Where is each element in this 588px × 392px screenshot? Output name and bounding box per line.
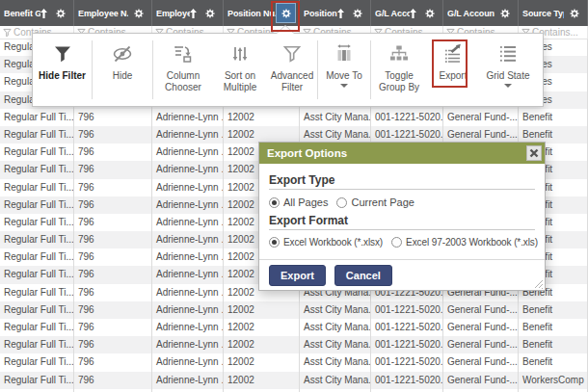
- table-row[interactable]: Regular Full Ti...796Adrienne-Lynn ...12…: [0, 109, 588, 126]
- column-header[interactable]: Position Nu...: [224, 0, 300, 26]
- table-cell: 796: [74, 144, 152, 161]
- toolbar-item-label: Export: [440, 70, 468, 82]
- column-header[interactable]: Source Type: [519, 0, 588, 26]
- column-toolbar-popup: Hide FilterHideColumn ChooserSort on Mul…: [32, 33, 544, 107]
- column-chooser-icon: [172, 42, 195, 65]
- toolbar-item-move-to[interactable]: Move To: [318, 34, 370, 106]
- export-format-heading: Export Format: [269, 214, 535, 227]
- table-cell: 12002: [224, 372, 300, 389]
- export-type-options: All PagesCurrent Page: [269, 196, 535, 208]
- column-header-label: G/L Acco...: [375, 9, 410, 18]
- radio-button[interactable]: [269, 237, 280, 248]
- toolbar-item-label: Toggle Group By: [371, 70, 427, 93]
- divider: [269, 189, 535, 190]
- column-menu-gear-icon[interactable]: [564, 3, 584, 23]
- table-cell: Benefit: [519, 109, 588, 126]
- table-cell: Adrienne-Lynn ...: [152, 126, 224, 144]
- table-cell: 796: [74, 301, 152, 319]
- table-cell: 12002: [224, 301, 300, 319]
- sort-ascending-icon: [190, 9, 197, 18]
- table-row[interactable]: Regular Full Ti...796Adrienne-Lynn ...12…: [0, 353, 588, 371]
- table-row[interactable]: Regular Full Ti...796Adrienne-Lynn ...12…: [0, 336, 588, 353]
- column-menu-gear-icon[interactable]: [50, 3, 70, 23]
- dialog-body: Export Type All PagesCurrent Page Export…: [259, 164, 545, 253]
- export-type-radio-all-pages[interactable]: All Pages: [269, 196, 328, 208]
- export-format-radio-excel-97-2003-workbook-xls-[interactable]: Excel 97-2003 Workbook (*.xls): [391, 237, 538, 248]
- export-format-radio-excel-workbook-xlsx-[interactable]: Excel Workbook (*.xlsx): [269, 237, 383, 248]
- table-cell: Adrienne-Lynn ...: [152, 161, 224, 178]
- column-menu-gear-icon[interactable]: [128, 3, 148, 23]
- table-row[interactable]: Regular Full Ti...796Adrienne-Lynn ...12…: [0, 301, 588, 319]
- column-menu-gear-icon[interactable]: [494, 3, 515, 23]
- toolbar-item-hide[interactable]: Hide: [93, 34, 152, 106]
- table-cell: Regular Full Ti...: [0, 372, 74, 389]
- grid-header: Benefit G...Employee N...Employee...Posi…: [0, 0, 588, 26]
- toolbar-item-advanced-filter[interactable]: Advanced Filter: [267, 34, 317, 106]
- table-cell: 001-1221-5020...: [371, 353, 443, 371]
- table-cell: Regular Full Ti...: [0, 336, 74, 353]
- table-cell: Regular Full Ti...: [0, 144, 74, 161]
- cancel-button[interactable]: Cancel: [334, 265, 392, 286]
- column-menu-gear-icon[interactable]: [347, 3, 367, 23]
- table-cell: Adrienne-Lynn ...: [152, 214, 224, 231]
- column-header[interactable]: G/L Acco...: [371, 0, 443, 26]
- table-cell: Regular Full Ti...: [0, 319, 74, 336]
- table-cell: 001-1221-5020...: [371, 109, 443, 126]
- table-cell: Regular Full Ti...: [0, 248, 74, 266]
- table-cell: Benefit: [519, 319, 588, 336]
- filter-funnel-icon[interactable]: [3, 28, 12, 38]
- table-cell: Adrienne-Lynn ...: [152, 109, 224, 126]
- column-header[interactable]: Employee N...: [74, 0, 152, 26]
- toolbar-item-hide-filter[interactable]: Hide Filter: [33, 34, 92, 106]
- table-cell: General Fund-...: [443, 372, 519, 389]
- toolbar-item-label: Hide: [113, 70, 133, 82]
- sort-multiple-icon: [228, 42, 252, 65]
- column-header-icons: [40, 3, 70, 23]
- toolbar-item-export[interactable]: Export: [427, 34, 479, 106]
- table-cell: General Fund-...: [443, 301, 519, 319]
- export-type-radio-current-page[interactable]: Current Page: [336, 196, 414, 208]
- column-header[interactable]: Employee...: [152, 0, 224, 26]
- table-cell: Regular Full Ti...: [0, 353, 74, 371]
- table-cell: Adrienne-Lynn ...: [152, 196, 224, 214]
- table-row[interactable]: Regular Full Ti...796Adrienne-Lynn ...12…: [0, 319, 588, 336]
- table-cell: Adrienne-Lynn ...: [152, 336, 224, 353]
- close-icon[interactable]: [526, 145, 542, 161]
- toolbar-item-label: Advanced Filter: [267, 70, 317, 93]
- radio-button[interactable]: [391, 237, 402, 248]
- table-cell: Asst City Mana...: [300, 109, 371, 126]
- column-header[interactable]: G/L Account...: [443, 0, 519, 26]
- chevron-down-icon: [340, 84, 348, 88]
- table-cell: Adrienne-Lynn ...: [152, 144, 224, 161]
- table-cell: 12002: [224, 319, 300, 336]
- toolbar-item-sort-on-multiple[interactable]: Sort on Multiple: [213, 34, 267, 106]
- table-cell: Adrienne-Lynn ...: [152, 284, 224, 301]
- table-cell: Regular Full Ti...: [0, 196, 74, 214]
- column-header-label: G/L Account...: [447, 9, 494, 18]
- table-cell: Adrienne-Lynn ...: [152, 301, 224, 319]
- export-button[interactable]: Export: [269, 265, 326, 286]
- toolbar-item-toggle-group-by[interactable]: Toggle Group By: [371, 34, 427, 106]
- table-cell: 12002: [224, 336, 300, 353]
- toolbar-item-label: Hide Filter: [39, 70, 86, 82]
- dialog-title: Export Options: [267, 147, 526, 159]
- toolbar-item-column-chooser[interactable]: Column Chooser: [153, 34, 213, 106]
- export-icon: [441, 42, 465, 65]
- table-cell: 001-1221-5020...: [371, 336, 443, 353]
- sort-ascending-icon: [410, 9, 416, 18]
- table-cell: Asst City Mana...: [300, 353, 371, 371]
- resize-handle-icon[interactable]: [534, 279, 544, 289]
- table-row[interactable]: Regular Full Ti...796Adrienne-Lynn ...12…: [0, 372, 588, 389]
- table-cell: 001-1221-5020...: [371, 372, 443, 389]
- export-type-heading: Export Type: [269, 173, 535, 187]
- toolbar-item-grid-state[interactable]: Grid State: [479, 34, 537, 106]
- radio-button[interactable]: [336, 197, 347, 208]
- column-menu-gear-icon-active[interactable]: [276, 3, 296, 23]
- radio-button[interactable]: [269, 197, 280, 208]
- column-header[interactable]: Benefit G...: [0, 0, 74, 26]
- table-cell: 796: [74, 336, 152, 353]
- column-menu-gear-icon[interactable]: [419, 3, 440, 23]
- table-cell: Benefit: [519, 353, 588, 371]
- column-menu-gear-icon[interactable]: [200, 3, 220, 23]
- column-header[interactable]: Position ...: [300, 0, 371, 26]
